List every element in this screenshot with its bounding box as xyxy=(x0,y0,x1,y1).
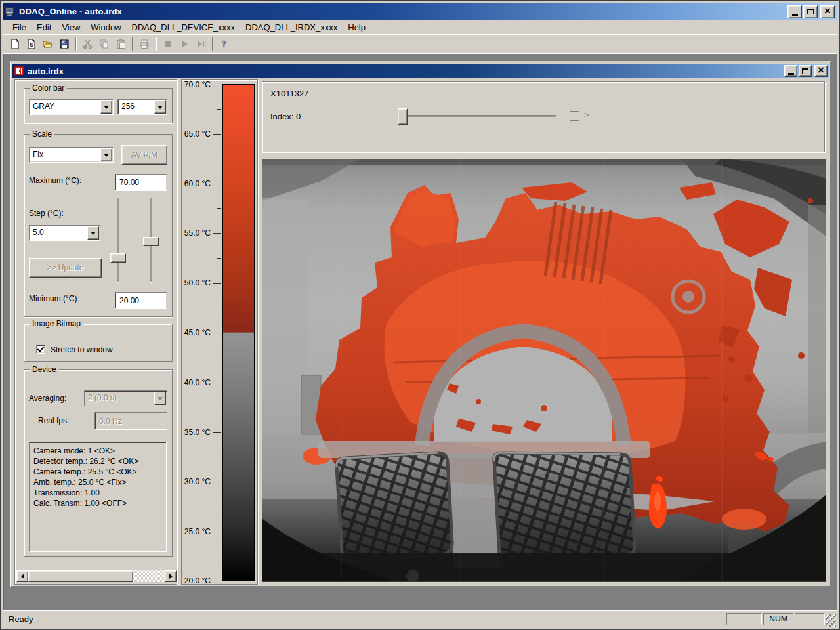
menu-bar: File Edit View Window DDAQ_DLL_DEVICE_xx… xyxy=(3,20,837,34)
new-button[interactable] xyxy=(7,36,23,51)
step-label: Step (°C): xyxy=(29,209,64,218)
scrollbar-thumb[interactable] xyxy=(28,570,133,582)
chevron-down-icon[interactable] xyxy=(100,100,112,114)
help-button[interactable]: ? xyxy=(217,36,232,51)
chevron-down-icon[interactable] xyxy=(154,100,166,114)
tick-mark-minor xyxy=(217,408,221,408)
av-pm-button[interactable]: AV P/M xyxy=(121,145,167,165)
scale-tick-label: 50.0 °C xyxy=(182,278,211,287)
scale-tick-label: 55.0 °C xyxy=(182,228,211,238)
scale-tick-label: 20.0 °C xyxy=(182,576,211,585)
tick-mark xyxy=(213,482,221,482)
frame-advance-checkbox[interactable] xyxy=(570,111,579,121)
frame-slider-track[interactable] xyxy=(402,115,557,117)
tick-mark xyxy=(213,432,221,433)
svg-text:?: ? xyxy=(222,39,226,49)
menu-window[interactable]: Window xyxy=(85,21,126,33)
scale-tick-label: 70.0 °C xyxy=(182,80,211,89)
menu-edit[interactable]: Edit xyxy=(32,21,56,33)
palette-value: GRAY xyxy=(30,100,100,114)
print-button[interactable] xyxy=(136,36,152,51)
menu-file[interactable]: File xyxy=(7,21,32,33)
menu-ddaq-dll-device[interactable]: DDAQ_DLL_DEVICE_xxxx xyxy=(127,21,241,33)
minimum-input[interactable] xyxy=(115,292,167,309)
tick-mark xyxy=(213,333,221,333)
minimize-icon xyxy=(788,73,794,75)
minimize-icon xyxy=(792,14,798,16)
step-combobox[interactable]: 5.0 xyxy=(29,225,100,241)
status-pane-empty xyxy=(795,613,825,625)
tick-mark-minor xyxy=(217,358,221,358)
tick-mark xyxy=(213,85,221,85)
tick-mark xyxy=(213,184,221,184)
scale-tick-label: 65.0 °C xyxy=(182,129,211,138)
tick-mark xyxy=(213,383,221,383)
step-value: 5.0 xyxy=(30,226,87,240)
stop-button[interactable] xyxy=(160,36,176,51)
minimize-button[interactable] xyxy=(788,5,802,18)
stretch-checkbox[interactable] xyxy=(36,345,45,354)
color-bar-legend: Color bar xyxy=(30,83,67,93)
temperature-scale-pane: 70.0 °C 65.0 °C 60.0 °C 55.0 °C 50.0 °C … xyxy=(181,79,258,585)
window-title: DDAQ_Online - auto.irdx xyxy=(19,7,788,16)
averaging-combobox[interactable]: 2 (0.0 s) xyxy=(84,390,167,406)
chevron-down-icon[interactable] xyxy=(100,148,112,161)
document-title-bar: auto.irdx xyxy=(12,64,829,78)
toolbar-separator xyxy=(212,37,213,51)
doc-minimize-button[interactable] xyxy=(784,65,797,77)
scale-mode-combobox[interactable]: Fix xyxy=(29,147,114,163)
palette-combobox[interactable]: GRAY xyxy=(29,99,114,115)
frame-slider-thumb[interactable] xyxy=(398,108,408,125)
new-script-button[interactable]: S xyxy=(24,36,39,51)
levels-combobox[interactable]: 256 xyxy=(117,99,167,115)
open-button[interactable] xyxy=(40,36,56,51)
svg-text:S: S xyxy=(30,41,33,48)
scroll-left-button[interactable] xyxy=(16,570,28,582)
min-slider-thumb[interactable] xyxy=(143,237,159,246)
maximum-input[interactable] xyxy=(115,174,167,191)
chevron-down-icon[interactable] xyxy=(154,392,166,405)
menu-help[interactable]: Help xyxy=(343,21,371,33)
paste-button[interactable] xyxy=(113,36,129,51)
maximize-icon xyxy=(807,9,814,14)
application-window: DDAQ_Online - auto.irdx File Edit View W… xyxy=(0,0,840,630)
tick-mark-minor xyxy=(217,556,221,557)
title-bar: DDAQ_Online - auto.irdx xyxy=(3,3,837,20)
scale-tick-label: 30.0 °C xyxy=(182,477,211,486)
frame-index-label: Index: 0 xyxy=(270,112,301,121)
chevron-down-icon[interactable] xyxy=(87,226,99,240)
info-line: Camera mode: 1 <OK> xyxy=(33,446,166,456)
close-button[interactable] xyxy=(820,5,835,18)
horizontal-scrollbar[interactable] xyxy=(16,570,177,582)
cut-button[interactable] xyxy=(80,36,96,51)
maximize-icon xyxy=(802,68,808,74)
paste-clipboard-icon xyxy=(116,39,126,49)
step-button[interactable]: 1 xyxy=(193,36,209,51)
levels-value: 256 xyxy=(118,100,154,114)
max-slider-track[interactable] xyxy=(117,198,119,283)
doc-close-button[interactable] xyxy=(814,65,828,77)
copy-button[interactable] xyxy=(96,36,112,51)
info-line: Calc. Transm: 1.00 <OFF> xyxy=(33,498,166,509)
tick-mark-minor xyxy=(217,159,221,159)
app-icon xyxy=(5,7,16,17)
update-button[interactable]: >> Update xyxy=(29,258,102,278)
menu-ddaq-dll-irdx[interactable]: DDAQ_DLL_IRDX_xxxx xyxy=(240,21,343,33)
new-document-icon xyxy=(10,39,20,49)
status-pane-empty xyxy=(726,613,762,625)
image-bitmap-group: Image Bitmap xyxy=(24,324,173,362)
scroll-right-button[interactable] xyxy=(165,570,177,582)
real-fps-label: Real fps: xyxy=(38,416,69,425)
resize-grip[interactable] xyxy=(826,614,836,627)
save-button[interactable] xyxy=(56,36,72,51)
doc-maximize-button[interactable] xyxy=(799,65,812,77)
max-slider-thumb[interactable] xyxy=(110,253,126,262)
tick-mark xyxy=(213,134,221,135)
menu-view[interactable]: View xyxy=(56,21,85,33)
play-button[interactable] xyxy=(177,36,192,51)
scale-mode-value: Fix xyxy=(30,148,100,162)
scrollbar-track[interactable] xyxy=(133,570,165,582)
cut-scissors-icon xyxy=(83,39,93,49)
tick-mark-minor xyxy=(217,258,221,259)
maximize-button[interactable] xyxy=(803,5,818,18)
